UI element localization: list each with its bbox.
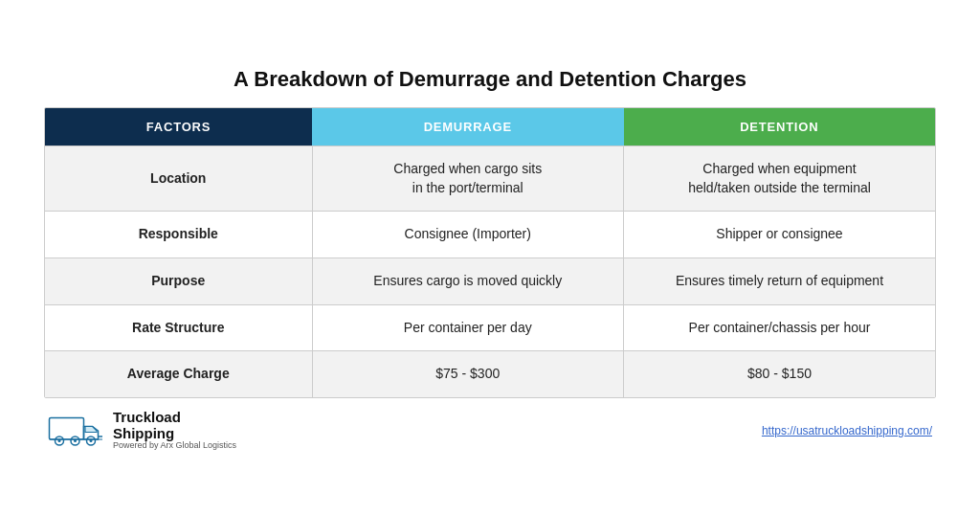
cell-demurrage: Per container per day <box>312 304 624 351</box>
table-row: Average Charge$75 - $300$80 - $150 <box>45 351 935 397</box>
header-demurrage: DEMURRAGE <box>312 108 624 146</box>
svg-rect-0 <box>50 417 84 439</box>
cell-factor: Average Charge <box>45 351 312 397</box>
cell-factor: Purpose <box>45 258 312 305</box>
cell-factor: Responsible <box>45 212 312 258</box>
cell-demurrage: Ensures cargo is moved quickly <box>312 258 624 305</box>
page-title: A Breakdown of Demurrage and Detention C… <box>44 67 936 92</box>
table-row: PurposeEnsures cargo is moved quicklyEns… <box>45 258 935 305</box>
cell-demurrage: Charged when cargo sitsin the port/termi… <box>312 146 624 212</box>
table-row: ResponsibleConsignee (Importer)Shipper o… <box>45 212 935 258</box>
cell-demurrage: $75 - $300 <box>312 351 624 397</box>
logo-brand: TruckloadShipping <box>113 410 236 441</box>
cell-demurrage: Consignee (Importer) <box>312 212 624 258</box>
cell-factor: Rate Structure <box>45 304 312 351</box>
table-row: Rate StructurePer container per dayPer c… <box>45 304 935 351</box>
logo-text: TruckloadShipping Powered by Arx Global … <box>113 410 236 451</box>
card: A Breakdown of Demurrage and Detention C… <box>21 48 959 467</box>
footer-url[interactable]: https://usatruckloadshipping.com/ <box>762 424 932 437</box>
table-row: LocationCharged when cargo sitsin the po… <box>45 146 935 212</box>
comparison-table: FACTORS DEMURRAGE DETENTION LocationChar… <box>45 108 935 397</box>
footer: TruckloadShipping Powered by Arx Global … <box>44 410 936 452</box>
truck-icon <box>48 410 105 452</box>
cell-detention: Charged when equipmentheld/taken outside… <box>624 146 936 212</box>
cell-detention: Ensures timely return of equipment <box>624 258 936 305</box>
cell-detention: Shipper or consignee <box>624 212 936 258</box>
cell-detention: $80 - $150 <box>624 351 936 397</box>
logo-sub: Powered by Arx Global Logistics <box>113 441 236 451</box>
cell-factor: Location <box>45 146 312 212</box>
header-detention: DETENTION <box>624 108 936 146</box>
header-factors: FACTORS <box>45 108 312 146</box>
table-wrapper: FACTORS DEMURRAGE DETENTION LocationChar… <box>44 107 936 398</box>
logo-area: TruckloadShipping Powered by Arx Global … <box>48 410 236 452</box>
cell-detention: Per container/chassis per hour <box>624 304 936 351</box>
